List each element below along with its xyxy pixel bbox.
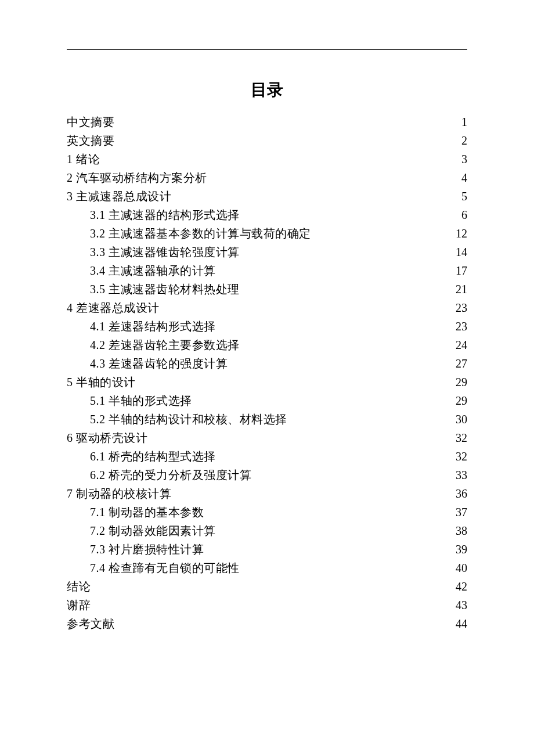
toc-entry: 1 绪论3 [67, 150, 467, 168]
toc-entry-text: 3.2 主减速器基本参数的计算与载荷的确定 [90, 224, 311, 243]
toc-entry: 3.2 主减速器基本参数的计算与载荷的确定12 [67, 224, 467, 243]
toc-entry: 3 主减速器总成设计5 [67, 187, 467, 206]
toc-entry-page: 39 [450, 540, 467, 559]
toc-entry-text: 4.2 差速器齿轮主要参数选择 [90, 336, 240, 354]
toc-entry: 5.1 半轴的形式选择29 [67, 391, 467, 410]
toc-entry-page: 5 [450, 187, 467, 206]
toc-entry-text: 3.3 主减速器锥齿轮强度计算 [90, 243, 240, 261]
toc-entry: 谢辞43 [67, 596, 467, 614]
toc-entry-text: 结论 [67, 577, 91, 596]
toc-entry: 3.3 主减速器锥齿轮强度计算14 [67, 243, 467, 261]
toc-entry-page: 1 [450, 113, 467, 131]
toc-entry-text: 7 制动器的校核计算 [67, 484, 171, 503]
toc-entry-text: 4.3 差速器齿轮的强度计算 [90, 354, 228, 373]
toc-entry-page: 43 [450, 596, 467, 614]
toc-entry-page: 3 [450, 150, 467, 168]
toc-entry-text: 7.4 检查蹄有无自锁的可能性 [90, 559, 240, 577]
toc-entry-text: 5 半轴的设计 [67, 373, 136, 391]
toc-entry-page: 36 [450, 484, 467, 503]
toc-entry-page: 42 [450, 577, 467, 596]
toc-entry-text: 英文摘要 [67, 131, 114, 150]
toc-title: 目录 [67, 79, 467, 101]
toc-entry: 5 半轴的设计29 [67, 373, 467, 391]
toc-entry: 4.1 差速器结构形式选择23 [67, 317, 467, 336]
toc-entry-text: 7.1 制动器的基本参数 [90, 503, 204, 521]
toc-entry: 7.2 制动器效能因素计算38 [67, 521, 467, 540]
toc-entry-page: 44 [450, 614, 467, 633]
toc-entry-page: 30 [450, 410, 467, 429]
toc-entry: 7 制动器的校核计算36 [67, 484, 467, 503]
toc-entry-page: 24 [450, 336, 467, 354]
toc-entry-page: 14 [450, 243, 467, 261]
document-page: 目录 中文摘要1英文摘要21 绪论32 汽车驱动桥结构方案分析43 主减速器总成… [0, 0, 534, 633]
toc-entry: 4.2 差速器齿轮主要参数选择24 [67, 336, 467, 354]
toc-entry-page: 23 [450, 317, 467, 336]
toc-entry: 3.4 主减速器轴承的计算17 [67, 261, 467, 280]
toc-list: 中文摘要1英文摘要21 绪论32 汽车驱动桥结构方案分析43 主减速器总成设计5… [67, 113, 467, 633]
toc-entry: 中文摘要1 [67, 113, 467, 131]
toc-entry-page: 29 [450, 373, 467, 391]
toc-entry-page: 12 [450, 224, 467, 243]
toc-entry: 5.2 半轴的结构设计和校核、材料选择30 [67, 410, 467, 429]
toc-entry: 英文摘要2 [67, 131, 467, 150]
toc-entry-text: 1 绪论 [67, 150, 100, 168]
toc-entry: 2 汽车驱动桥结构方案分析4 [67, 168, 467, 187]
toc-entry-text: 3.5 主减速器齿轮材料热处理 [90, 280, 240, 298]
toc-entry-text: 3 主减速器总成设计 [67, 187, 171, 206]
toc-entry-page: 17 [450, 261, 467, 280]
toc-entry-page: 27 [450, 354, 467, 373]
toc-entry-page: 40 [450, 559, 467, 577]
toc-entry: 7.1 制动器的基本参数37 [67, 503, 467, 521]
toc-entry-text: 谢辞 [67, 596, 91, 614]
toc-entry-text: 5.1 半轴的形式选择 [90, 391, 192, 410]
toc-entry-text: 4 差速器总成设计 [67, 298, 160, 317]
toc-entry-text: 6.1 桥壳的结构型式选择 [90, 447, 216, 466]
toc-entry: 结论42 [67, 577, 467, 596]
toc-entry-page: 37 [450, 503, 467, 521]
toc-entry-text: 6 驱动桥壳设计 [67, 429, 147, 447]
toc-entry: 6.1 桥壳的结构型式选择32 [67, 447, 467, 466]
toc-entry: 参考文献44 [67, 614, 467, 633]
toc-entry: 3.5 主减速器齿轮材料热处理21 [67, 280, 467, 298]
toc-entry-text: 3.1 主减速器的结构形式选择 [90, 206, 240, 224]
toc-entry: 6 驱动桥壳设计32 [67, 429, 467, 447]
toc-entry-text: 参考文献 [67, 614, 114, 633]
toc-entry-text: 6.2 桥壳的受力分析及强度计算 [90, 466, 251, 484]
toc-entry-page: 32 [450, 447, 467, 466]
toc-entry-page: 4 [450, 168, 467, 187]
toc-entry-text: 2 汽车驱动桥结构方案分析 [67, 168, 207, 187]
toc-entry-text: 7.2 制动器效能因素计算 [90, 521, 216, 540]
header-rule [67, 49, 467, 50]
toc-entry-text: 4.1 差速器结构形式选择 [90, 317, 216, 336]
toc-entry: 4.3 差速器齿轮的强度计算27 [67, 354, 467, 373]
toc-entry-page: 29 [450, 391, 467, 410]
toc-entry: 7.4 检查蹄有无自锁的可能性40 [67, 559, 467, 577]
toc-entry: 7.3 衬片磨损特性计算39 [67, 540, 467, 559]
toc-entry-page: 21 [450, 280, 467, 298]
toc-entry-page: 2 [450, 131, 467, 150]
toc-entry-page: 32 [450, 429, 467, 447]
toc-entry-page: 33 [450, 466, 467, 484]
toc-entry-text: 5.2 半轴的结构设计和校核、材料选择 [90, 410, 287, 429]
toc-entry: 3.1 主减速器的结构形式选择6 [67, 206, 467, 224]
toc-entry: 6.2 桥壳的受力分析及强度计算33 [67, 466, 467, 484]
toc-entry-text: 3.4 主减速器轴承的计算 [90, 261, 216, 280]
toc-entry: 4 差速器总成设计23 [67, 298, 467, 317]
toc-entry-page: 38 [450, 521, 467, 540]
toc-entry-page: 6 [450, 206, 467, 224]
toc-entry-text: 7.3 衬片磨损特性计算 [90, 540, 204, 559]
toc-entry-text: 中文摘要 [67, 113, 114, 131]
toc-entry-page: 23 [450, 298, 467, 317]
